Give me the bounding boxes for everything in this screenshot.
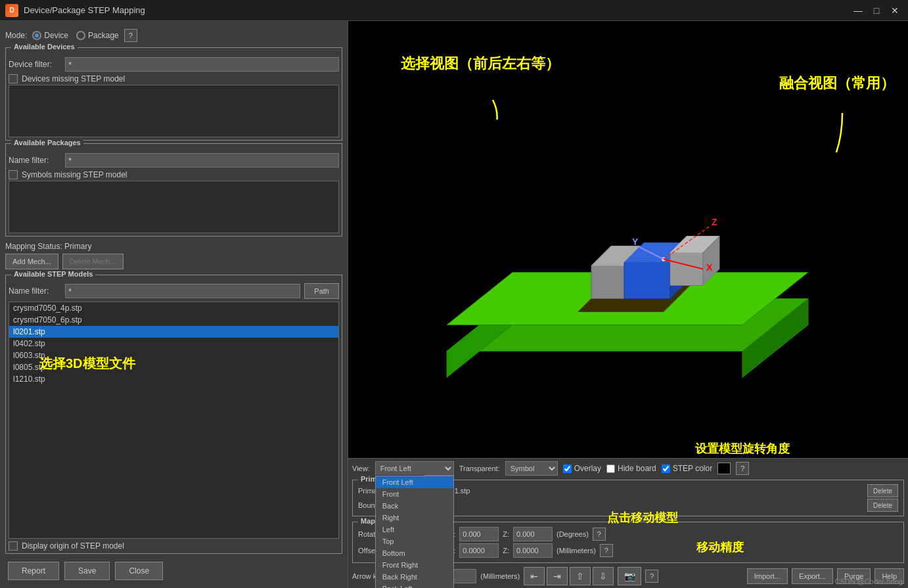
symbols-missing-label: Symbols missing STEP model (22, 170, 127, 179)
svg-marker-12 (670, 253, 703, 286)
controls-help-button[interactable]: ? (736, 462, 749, 475)
window-title: Device/Package STEP Mapping (24, 5, 850, 15)
devices-missing-row: Devices missing STEP model (9, 74, 339, 83)
3d-viewport[interactable]: X Y Z 选择视图（前后左右等） 融合视图（常用） (348, 21, 908, 458)
export-button[interactable]: Export... (792, 568, 833, 584)
list-item[interactable]: l1210.stp (9, 373, 338, 385)
minimize-button[interactable]: — (850, 3, 866, 18)
device-filter-label: Device filter: (9, 60, 61, 69)
view-select-container: Front Left Front Back Right Left Top Bot… (375, 461, 454, 476)
step-filter-input[interactable] (65, 284, 300, 298)
view-select[interactable]: Front Left Front Back Right Left Top Bot… (375, 461, 454, 476)
dropdown-item-left[interactable]: Left (376, 524, 453, 535)
device-filter-input[interactable] (65, 57, 339, 72)
symbols-missing-checkbox[interactable] (9, 170, 18, 179)
z-label-rotation: Z: (503, 530, 509, 538)
offset-z-input[interactable] (513, 543, 553, 558)
close-dialog-button[interactable]: Close (115, 562, 163, 580)
devices-list[interactable] (9, 85, 339, 137)
step-models-title: Available STEP Models (11, 270, 95, 278)
transparent-select[interactable]: Symbol None Full (505, 461, 558, 476)
dropdown-item-frontleft[interactable]: Front Left (376, 476, 453, 488)
scene-svg: X Y Z (348, 21, 908, 458)
dropdown-item-frontright[interactable]: Front Right (376, 559, 453, 571)
bottom-buttons: Report Save Close (5, 556, 342, 583)
view-dropdown-menu[interactable]: Front Left Front Back Right Left Top Bot… (375, 476, 454, 588)
rotation-unit: (Degrees) (556, 530, 589, 538)
delete-boundary-button[interactable]: Delete (867, 499, 898, 512)
close-button[interactable]: ✕ (887, 3, 903, 18)
display-origin-row: Display origin of STEP model (9, 541, 339, 551)
dropdown-item-top[interactable]: Top (376, 535, 453, 547)
svg-text:Y: Y (632, 237, 639, 247)
window-controls: — □ ✕ (850, 3, 903, 18)
step-color-checkbox[interactable] (662, 464, 670, 473)
delete-primary-button[interactable]: Delete (867, 484, 898, 497)
available-devices-title: Available Devices (11, 43, 78, 51)
display-origin-checkbox[interactable] (9, 541, 18, 551)
hide-board-checkbox[interactable] (606, 464, 615, 473)
list-item[interactable]: l0805.stp (9, 361, 338, 373)
main-layout: Mode: Device Package ? Available Devices… (0, 21, 908, 588)
mode-device[interactable]: Device (32, 31, 68, 40)
devices-missing-label: Devices missing STEP model (22, 74, 125, 83)
offset-help-button[interactable]: ? (600, 544, 613, 557)
step-color-swatch[interactable] (717, 463, 731, 474)
dropdown-item-backright[interactable]: Back Right (376, 571, 453, 583)
offset-unit: (Millimeters) (556, 547, 596, 554)
increment-unit: (Millimeters) (480, 572, 520, 580)
primary-model-value: l0201 => l0201.stp (411, 487, 863, 495)
dropdown-item-back[interactable]: Back (376, 500, 453, 512)
svg-text:X: X (706, 262, 713, 273)
svg-marker-9 (624, 263, 670, 299)
offset-y-input[interactable] (459, 543, 499, 558)
list-item[interactable]: crysmd7050_6p.stp (9, 314, 338, 326)
app-icon: D (5, 4, 18, 17)
save-button[interactable]: Save (64, 562, 110, 580)
left-panel: Mode: Device Package ? Available Devices… (0, 21, 348, 588)
watermark: CSDN @Coder-hong (835, 577, 903, 585)
view-label: View: (352, 464, 370, 472)
mode-help-button[interactable]: ? (124, 29, 137, 42)
svg-text:Z: Z (712, 217, 717, 227)
nav-help-button[interactable]: ? (645, 570, 658, 583)
add-mech-button[interactable]: Add Mech... (5, 254, 58, 269)
list-item[interactable]: crysmd7050_4p.stp (9, 302, 338, 314)
hide-board-label: Hide board (618, 464, 656, 473)
path-button[interactable]: Path (304, 283, 339, 299)
nav-left-button[interactable]: ⇤ (524, 567, 545, 585)
report-button[interactable]: Report (8, 562, 59, 580)
devices-missing-checkbox[interactable] (9, 74, 18, 83)
nav-up-button[interactable]: ⇧ (570, 567, 591, 585)
packages-list[interactable] (9, 181, 339, 233)
dropdown-item-front[interactable]: Front (376, 488, 453, 500)
maximize-button[interactable]: □ (869, 3, 884, 18)
package-filter-label: Name filter: (9, 156, 61, 165)
package-filter-row: Name filter: (9, 153, 339, 168)
list-item[interactable]: l0402.stp (9, 338, 338, 350)
delete-mech-button[interactable]: Delete Mech... (62, 254, 124, 269)
image-button[interactable]: 📷 (618, 567, 641, 585)
rotation-z-input[interactable] (513, 527, 553, 541)
package-radio[interactable] (76, 31, 85, 40)
available-packages-section: Available Packages Name filter: Symbols … (5, 143, 342, 237)
nav-right-button[interactable]: ⇥ (547, 567, 568, 585)
list-item[interactable]: l0603.stp (9, 350, 338, 361)
import-button[interactable]: Import... (747, 568, 788, 584)
rotation-help-button[interactable]: ? (593, 528, 606, 541)
rotation-y-input[interactable] (459, 527, 499, 541)
overlay-checkbox[interactable] (563, 464, 572, 473)
dropdown-item-bottom[interactable]: Bottom (376, 547, 453, 559)
device-radio[interactable] (32, 31, 41, 40)
display-origin-label: Display origin of STEP model (22, 541, 124, 551)
mode-package[interactable]: Package (76, 31, 119, 40)
package-filter-input[interactable] (65, 153, 339, 168)
title-bar: D Device/Package STEP Mapping — □ ✕ (0, 0, 908, 21)
list-item[interactable]: l0201.stp (9, 326, 338, 338)
mode-label: Mode: (5, 31, 27, 40)
dropdown-item-backleft[interactable]: Back Left (376, 583, 453, 588)
overlay-label: Overlay (574, 464, 601, 473)
nav-down-button[interactable]: ⇩ (593, 567, 614, 585)
dropdown-item-right[interactable]: Right (376, 512, 453, 524)
step-models-list[interactable]: crysmd7050_4p.stpcrysmd7050_6p.stpl0201.… (9, 302, 339, 539)
